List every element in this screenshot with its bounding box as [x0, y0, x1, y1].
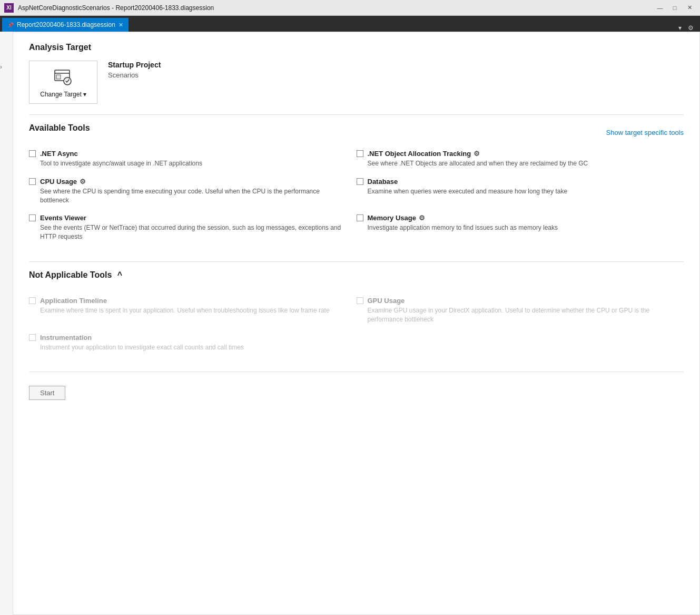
not-applicable-title: Not Applicable Tools ^	[29, 270, 122, 280]
change-target-label: Change Target ▾	[40, 91, 86, 98]
tab-dropdown-icon[interactable]: ▾	[676, 24, 684, 32]
start-button[interactable]: Start	[29, 386, 65, 400]
separator-1	[29, 114, 684, 115]
not-applicable-caret[interactable]: ^	[117, 270, 122, 279]
tool-item-memory-usage: Memory Usage ⚙ Investigate application m…	[357, 214, 684, 241]
svg-rect-2	[56, 75, 61, 79]
tool-checkbox-memory-usage[interactable]	[357, 214, 363, 221]
not-applicable-section: Not Applicable Tools ^ Application Timel…	[29, 270, 684, 361]
tab-settings-icon[interactable]: ⚙	[686, 24, 696, 32]
tool-name-gpu-usage: GPU Usage	[368, 297, 674, 305]
sidebar-toggle[interactable]: ›	[0, 32, 13, 615]
tool-info-net-async: .NET Async Tool to investigate async/awa…	[40, 150, 202, 168]
tool-desc-instrumentation: Instrument your application to investiga…	[40, 343, 244, 352]
vs-logo: XI	[4, 3, 14, 13]
target-icon	[53, 66, 74, 87]
tool-checkbox-net-async[interactable]	[29, 150, 36, 157]
tab-bar-right: ▾ ⚙	[676, 24, 698, 32]
tool-name-memory-usage: Memory Usage ⚙	[368, 214, 558, 222]
available-tools-grid: .NET Async Tool to investigate async/awa…	[29, 150, 684, 251]
tab-bar: 📌 Report20200406-1833.diagsession ✕ ▾ ⚙	[0, 16, 700, 32]
sidebar-arrow-icon: ›	[0, 63, 2, 71]
tool-item-instrumentation: Instrumentation Instrument your applicat…	[29, 334, 357, 352]
tool-name-database: Database	[368, 178, 568, 186]
separator-2	[29, 261, 684, 262]
tool-desc-memory-usage: Investigate application memory to find i…	[368, 223, 558, 232]
tool-item-app-timeline: Application Timeline Examine where time …	[29, 297, 357, 324]
tool-checkbox-instrumentation	[29, 334, 36, 341]
tool-desc-app-timeline: Examine where time is spent in your appl…	[40, 306, 330, 315]
tool-desc-net-object: See where .NET Objects are allocated and…	[368, 159, 588, 168]
tool-info-net-object: .NET Object Allocation Tracking ⚙ See wh…	[368, 150, 588, 168]
separator-3	[29, 372, 684, 372]
content-panel: Analysis Target Change T	[13, 32, 700, 615]
tab-label: Report20200406-1833.diagsession	[17, 21, 115, 28]
not-applicable-header: Not Applicable Tools ^	[29, 270, 684, 288]
tool-item-cpu-usage: CPU Usage ⚙ See where the CPU is spendin…	[29, 178, 357, 205]
tool-desc-gpu-usage: Examine GPU usage in your DirectX applic…	[368, 306, 674, 324]
gear-icon-memory-usage[interactable]: ⚙	[419, 214, 425, 222]
tool-desc-cpu-usage: See where the CPU is spending time execu…	[40, 187, 346, 205]
window-title: AspNetCoreDiagnosticScenarios - Report20…	[18, 4, 214, 12]
title-bar: XI AspNetCoreDiagnosticScenarios - Repor…	[0, 0, 700, 16]
tool-info-gpu-usage: GPU Usage Examine GPU usage in your Dire…	[368, 297, 674, 324]
close-button[interactable]: ✕	[683, 2, 696, 14]
tool-name-net-object: .NET Object Allocation Tracking ⚙	[368, 150, 588, 158]
tool-info-app-timeline: Application Timeline Examine where time …	[40, 297, 330, 315]
tool-info-events-viewer: Events Viewer See the events (ETW or Net…	[40, 214, 346, 241]
tool-info-cpu-usage: CPU Usage ⚙ See where the CPU is spendin…	[40, 178, 346, 205]
tool-item-net-object: .NET Object Allocation Tracking ⚙ See wh…	[357, 150, 684, 168]
tool-info-memory-usage: Memory Usage ⚙ Investigate application m…	[368, 214, 558, 232]
analysis-target-section: Analysis Target Change T	[29, 43, 684, 104]
tool-item-gpu-usage: GPU Usage Examine GPU usage in your Dire…	[357, 297, 684, 324]
tool-checkbox-events-viewer[interactable]	[29, 214, 36, 221]
not-applicable-tools-grid: Application Timeline Examine where time …	[29, 297, 684, 361]
tool-checkbox-cpu-usage[interactable]	[29, 178, 36, 185]
startup-details: Startup Project Scenarios	[108, 61, 161, 79]
pin-icon: 📌	[7, 22, 14, 28]
minimize-button[interactable]: —	[654, 2, 666, 14]
startup-value: Scenarios	[108, 71, 161, 79]
dropdown-arrow-icon: ▾	[83, 91, 86, 98]
available-tools-section: Available Tools Show target specific too…	[29, 123, 684, 251]
tool-name-cpu-usage: CPU Usage ⚙	[40, 178, 346, 186]
gear-icon-cpu-usage[interactable]: ⚙	[80, 178, 86, 186]
tool-item-database: Database Examine when queries were execu…	[357, 178, 684, 205]
tool-name-net-async: .NET Async	[40, 150, 202, 158]
tool-info-instrumentation: Instrumentation Instrument your applicat…	[40, 334, 244, 352]
startup-label: Startup Project	[108, 61, 161, 69]
tool-name-app-timeline: Application Timeline	[40, 297, 330, 305]
tool-info-database: Database Examine when queries were execu…	[368, 178, 568, 196]
tool-checkbox-net-object[interactable]	[357, 150, 363, 157]
change-target-box[interactable]: Change Target ▾	[29, 61, 97, 104]
tool-item-net-async: .NET Async Tool to investigate async/awa…	[29, 150, 357, 168]
available-tools-title: Available Tools	[29, 123, 90, 133]
tool-name-instrumentation: Instrumentation	[40, 334, 244, 341]
tools-header: Available Tools Show target specific too…	[29, 123, 684, 141]
show-target-link[interactable]: Show target specific tools	[606, 129, 684, 136]
tool-desc-net-async: Tool to investigate async/await usage in…	[40, 159, 202, 168]
tab-bar-left: 📌 Report20200406-1833.diagsession ✕	[2, 18, 129, 32]
active-tab[interactable]: 📌 Report20200406-1833.diagsession ✕	[2, 18, 129, 32]
tool-checkbox-database[interactable]	[357, 178, 363, 185]
startup-info: Change Target ▾ Startup Project Scenario…	[29, 61, 684, 104]
title-bar-controls: — □ ✕	[654, 2, 696, 14]
tool-desc-events-viewer: See the events (ETW or NetTrace) that oc…	[40, 223, 346, 241]
tool-name-events-viewer: Events Viewer	[40, 214, 346, 222]
tab-close-icon[interactable]: ✕	[119, 22, 123, 28]
start-section: Start	[29, 380, 684, 400]
tool-checkbox-app-timeline	[29, 297, 36, 304]
title-bar-left: XI AspNetCoreDiagnosticScenarios - Repor…	[4, 3, 214, 13]
tool-item-events-viewer: Events Viewer See the events (ETW or Net…	[29, 214, 357, 241]
maximize-button[interactable]: □	[668, 2, 681, 14]
analysis-target-title: Analysis Target	[29, 43, 684, 52]
main-content: › Analysis Target	[0, 32, 700, 615]
tool-desc-database: Examine when queries were executed and m…	[368, 187, 568, 196]
gear-icon-net-object[interactable]: ⚙	[474, 150, 480, 158]
tool-checkbox-gpu-usage	[357, 297, 363, 304]
